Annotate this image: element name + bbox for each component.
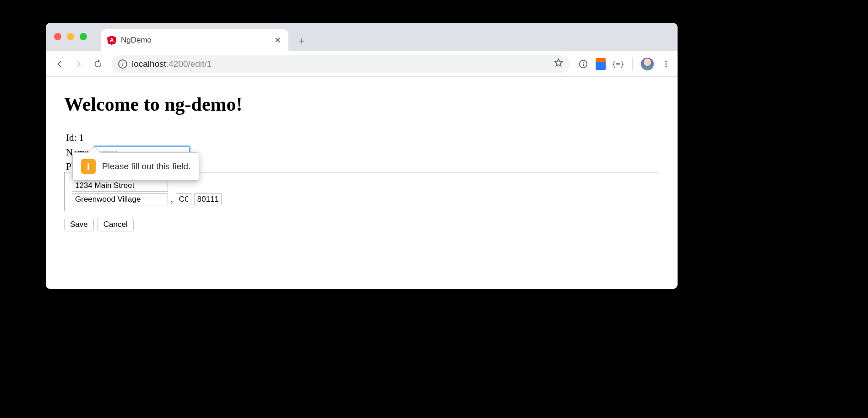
- address-comma: ,: [171, 194, 173, 204]
- site-info-icon[interactable]: i: [118, 59, 127, 69]
- page-content: Welcome to ng-demo! Id: 1 Name: Phone: A…: [46, 77, 678, 289]
- city-input[interactable]: [72, 193, 168, 205]
- angular-icon: [107, 36, 116, 45]
- validation-message: Please fill out this field.: [102, 161, 190, 171]
- page-heading: Welcome to ng-demo!: [64, 93, 659, 115]
- warning-icon: !: [81, 159, 96, 174]
- code-extension-icon[interactable]: {=}: [612, 58, 624, 70]
- id-value: 1: [79, 132, 84, 143]
- browser-menu-button[interactable]: [660, 58, 672, 70]
- minimize-window-button[interactable]: [67, 33, 74, 40]
- cancel-button[interactable]: Cancel: [98, 218, 134, 231]
- id-label: Id:: [66, 132, 76, 143]
- svg-point-4: [665, 63, 667, 64]
- validation-tooltip: ! Please fill out this field.: [72, 152, 199, 181]
- street-input[interactable]: [72, 180, 168, 192]
- browser-window: NgDemo ✕ ＋ i localhost:4200/edit/1: [46, 23, 678, 289]
- state-input[interactable]: [176, 193, 191, 205]
- back-button[interactable]: [51, 56, 68, 72]
- window-controls: [54, 33, 87, 40]
- reload-button[interactable]: [90, 56, 106, 72]
- svg-point-3: [665, 60, 667, 62]
- close-tab-button[interactable]: ✕: [273, 36, 282, 45]
- bookmark-button[interactable]: [553, 58, 564, 70]
- close-window-button[interactable]: [54, 33, 61, 40]
- address-bar[interactable]: i localhost:4200/edit/1: [112, 55, 570, 73]
- toolbar-separator: [632, 58, 633, 70]
- titlebar: NgDemo ✕ ＋: [46, 23, 678, 51]
- url-host: localhost: [132, 59, 166, 69]
- browser-tab[interactable]: NgDemo ✕: [101, 29, 288, 51]
- save-button[interactable]: Save: [64, 218, 94, 231]
- browser-toolbar: i localhost:4200/edit/1 {=}: [46, 51, 678, 77]
- new-tab-button[interactable]: ＋: [294, 33, 309, 48]
- extension-icons: {=}: [575, 58, 672, 70]
- url-text: localhost:4200/edit/1: [132, 59, 212, 69]
- url-path: 4200/edit/1: [168, 59, 212, 69]
- id-line: Id: 1: [66, 131, 659, 145]
- forward-button[interactable]: [71, 56, 87, 72]
- svg-rect-1: [583, 62, 584, 63]
- info-extension-icon[interactable]: [577, 58, 589, 70]
- maximize-window-button[interactable]: [80, 33, 87, 40]
- svg-rect-2: [583, 64, 584, 66]
- svg-point-5: [665, 66, 667, 67]
- profile-avatar[interactable]: [641, 58, 654, 70]
- zip-input[interactable]: [194, 193, 222, 205]
- form-buttons: Save Cancel: [64, 218, 659, 231]
- tab-title: NgDemo: [121, 36, 268, 45]
- lighthouse-extension-icon[interactable]: [596, 58, 606, 70]
